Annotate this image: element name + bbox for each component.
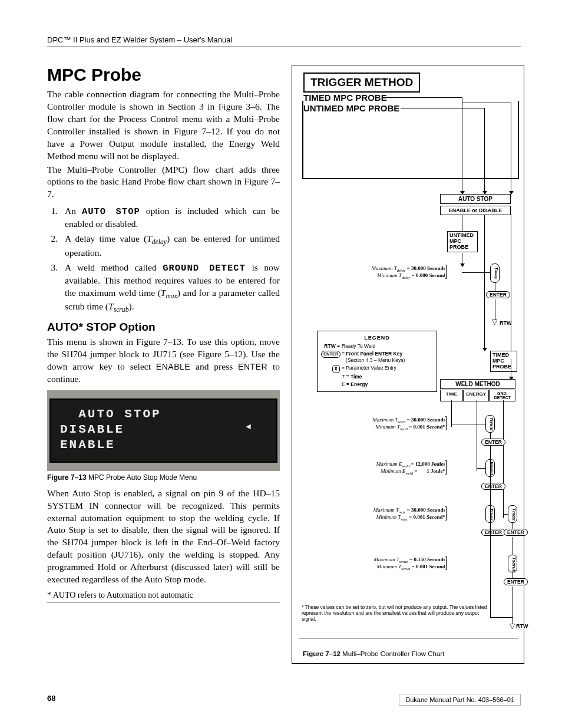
fc-untimed-mpc-box: UNTIMEDMPCPROBE [447, 231, 478, 252]
fc-enter-3: ENTER [481, 483, 505, 490]
left-column: MPC Probe The cable connection diagram f… [47, 65, 280, 664]
fc-legend: LEGEND RTW =Ready To Weld ENTER= Front P… [317, 331, 437, 392]
fc-enter-1: ENTER [486, 291, 510, 298]
fc-wm-gnd: GND.DETECT [489, 390, 515, 401]
lcd-cursor-icon: ◄ [246, 422, 253, 433]
fc-wm-energy: ENERGY [463, 390, 490, 401]
fc-rtw-2: RTW [516, 623, 528, 629]
lcd-line-2: DISABLE [60, 422, 267, 437]
fc-weld-method-box: WELD METHOD [440, 379, 515, 389]
auto-stop-heading: AUTO* STOP Option [47, 321, 280, 334]
fc-eweld-params: Maximum Eweld = 12,000 Joules Minimum Ew… [306, 461, 445, 475]
lcd-screenshot: AUTO STOP DISABLE ENABLE ◄ [47, 390, 280, 471]
page-footer: 68 Dukane Manual Part No. 403–566–01 [47, 694, 521, 706]
fc-auto-stop-box: AUTO STOP [440, 194, 511, 204]
fc-rtw-1: RTW [500, 320, 512, 326]
fc-tweld-params: Maximum Tweld = 30.000 Seconds Minimum T… [306, 417, 445, 431]
lcd-line-1: AUTO STOP [60, 407, 267, 422]
auto-stop-detail-para: When Auto Stop is enabled, a signal on p… [47, 487, 280, 586]
fc-tmax-params: Maximum Tmax = 30.000 Seconds Minimum Tm… [306, 507, 445, 521]
fc-scroll-tdelay: Tdelay [490, 263, 500, 283]
page-number: 68 [47, 694, 55, 706]
fc-timed-mpc-box: TIMEDMPCPROBE [490, 351, 517, 372]
fc-enter-5: ENTER [504, 578, 528, 585]
fc-wm-time: TIME [440, 390, 463, 401]
flowchart-panel: TRIGGER METHOD TIMED MPC PROBE UNTIMED M… [292, 65, 524, 664]
running-header: DPC™ II Plus and EZ Welder System – User… [47, 35, 521, 47]
fc-scroll-tmax-2: Tmax [508, 505, 517, 523]
list-item-2: A delay time value (Tdelay) can be enter… [60, 233, 280, 259]
lcd-line-3: ENABLE [60, 437, 267, 453]
fc-scroll-tweld: Tweld [485, 415, 495, 433]
fc-main-box [302, 101, 519, 179]
fc-tscrub-params: Maximum Tscrub = 0.150 Seconds Minimum T… [330, 556, 445, 571]
fc-enter-4b: ENTER [504, 529, 528, 536]
figure-7-12-caption: Figure 7–12 Multi–Probe Controller Flow … [303, 650, 444, 657]
list-item-1: An AUTO STOP option is included which ca… [60, 205, 280, 230]
fc-trigger-method-title: TRIGGER METHOD [303, 73, 420, 93]
fc-star-note: * These values can be set to zero, but w… [302, 604, 490, 622]
fc-tdelay-params: Maximum Tdelay = 30.000 Seconds Minimum … [306, 265, 445, 279]
manual-part-number: Dukane Manual Part No. 403–566–01 [399, 694, 521, 706]
fc-enter-4: ENTER [481, 529, 505, 536]
fc-enable-disable-box: ENABLE or DISABLE [440, 206, 511, 215]
auto-footnote: * AUTO refers to Automation not automati… [47, 591, 280, 602]
fc-enter-2: ENTER [481, 439, 505, 446]
intro-para-1: The cable connection diagram for connect… [47, 88, 280, 163]
fc-scroll-tscrub: Tscrub [508, 555, 517, 572]
auto-stop-para: This menu is shown in Figure 7–13. To us… [47, 336, 280, 386]
options-list: An AUTO STOP option is included which ca… [60, 205, 280, 315]
page-title: MPC Probe [47, 65, 280, 85]
intro-para-2: The Multi–Probe Controller (MPC) flow ch… [47, 164, 280, 201]
figure-7-13-caption: Figure 7–13 MPC Probe Auto Stop Mode Men… [47, 473, 280, 482]
list-item-3: A weld method called GROUND DETECT is no… [60, 262, 280, 315]
